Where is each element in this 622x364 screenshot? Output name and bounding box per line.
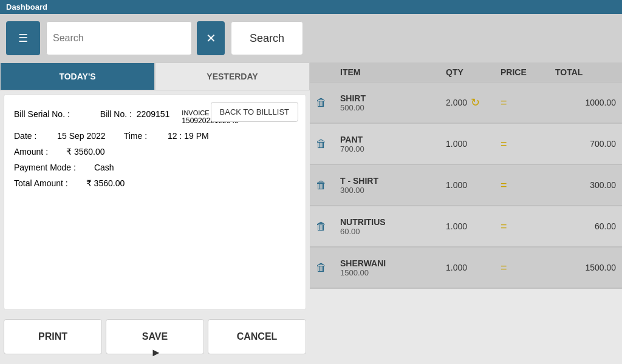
payment-block: Payment Mode : Cash [14, 163, 296, 172]
bill-card: BACK TO BILLLIST Bill Serial No. : Bill … [4, 94, 306, 310]
bill-serial-label: Bill Serial No. : [14, 109, 70, 125]
delete-icon[interactable]: 🗑 [316, 261, 340, 274]
refresh-icon[interactable]: ↻ [471, 96, 480, 109]
qty-value: 1.000 [446, 263, 467, 272]
bill-no-value: 2209151 [137, 109, 170, 119]
qty-cell: 1.000 [446, 180, 501, 190]
search-button-label: Search [250, 32, 284, 44]
delete-icon[interactable]: 🗑 [316, 179, 340, 192]
clear-button[interactable]: ✕ [197, 21, 225, 55]
qty-value: 1.000 [446, 139, 467, 149]
item-price: 60.00 [340, 227, 446, 236]
amount-block: Amount : ₹ 3560.00 [14, 147, 296, 157]
clear-icon: ✕ [206, 32, 216, 45]
item-cell: SHIRT 500.00 [340, 93, 446, 112]
equals-sign: = [501, 179, 555, 192]
item-name: PANT [340, 135, 446, 144]
item-name: T - SHIRT [340, 176, 446, 186]
qty-value: 2.000 [446, 98, 467, 107]
tab-yesterday[interactable]: YESTERDAY [155, 62, 310, 90]
back-to-billlist-button[interactable]: BACK TO BILLLIST [211, 102, 298, 122]
col-qty: QTY [446, 67, 501, 77]
table-row: 🗑 T - SHIRT 300.00 1.000 = 300.00 [310, 165, 622, 206]
qty-value: 1.000 [446, 221, 467, 231]
item-name: NUTRITIUS [340, 217, 446, 227]
bill-no-label: Bill No. : [100, 109, 132, 119]
total-value: 700.00 [555, 139, 616, 149]
total-value: 1500.00 [555, 263, 616, 272]
item-name: SHERWANI [340, 258, 446, 268]
item-price: 300.00 [340, 186, 446, 195]
item-cell: PANT 700.00 [340, 135, 446, 153]
item-price: 1500.00 [340, 268, 446, 277]
delete-icon[interactable]: 🗑 [316, 138, 340, 150]
equals-sign: = [501, 261, 555, 274]
nav-arrow[interactable]: ► [151, 346, 162, 359]
top-bar: Dashboard [0, 0, 622, 14]
date-block: Date : 15 Sep 2022 [14, 131, 106, 141]
dashboard-title: Dashboard [6, 2, 47, 12]
main-content: TODAY'S YESTERDAY BACK TO BILLLIST Bill … [0, 62, 622, 360]
item-cell: SHERWANI 1500.00 [340, 258, 446, 277]
equals-sign: = [501, 220, 555, 233]
qty-value: 1.000 [446, 180, 467, 190]
equals-sign: = [501, 138, 555, 150]
tab-today[interactable]: TODAY'S [0, 62, 155, 90]
item-cell: T - SHIRT 300.00 [340, 176, 446, 195]
search-box [46, 21, 192, 55]
equals-sign: = [501, 96, 555, 109]
table-body: 🗑 SHIRT 500.00 2.000 ↻ = 1000.00 🗑 PANT … [310, 83, 622, 289]
col-item: ITEM [340, 67, 446, 77]
qty-cell: 2.000 ↻ [446, 96, 501, 109]
col-price: PRICE [501, 67, 555, 77]
time-block: Time : 12 : 19 PM [124, 131, 209, 141]
total-value: 300.00 [555, 180, 616, 190]
qty-cell: 1.000 [446, 263, 501, 272]
item-price: 500.00 [340, 103, 446, 112]
search-button[interactable]: Search [231, 21, 303, 55]
total-block: Total Amount : ₹ 3560.00 [14, 178, 296, 188]
print-button[interactable]: PRINT [4, 319, 102, 354]
table-row: 🗑 SHERWANI 1500.00 1.000 = 1500.00 [310, 248, 622, 289]
item-cell: NUTRITIUS 60.00 [340, 217, 446, 236]
tabs: TODAY'S YESTERDAY [0, 62, 310, 90]
search-input[interactable] [53, 33, 185, 44]
item-price: 700.00 [340, 144, 446, 153]
table-row: 🗑 NUTRITIUS 60.00 1.000 = 60.00 [310, 206, 622, 248]
delete-icon[interactable]: 🗑 [316, 220, 340, 233]
table-row: 🗑 SHIRT 500.00 2.000 ↻ = 1000.00 [310, 83, 622, 124]
table-header: ITEM QTY PRICE TOTAL [310, 62, 622, 83]
left-panel: TODAY'S YESTERDAY BACK TO BILLLIST Bill … [0, 62, 310, 360]
cancel-button[interactable]: CANCEL [208, 319, 306, 354]
bill-no-block: Bill No. : 2209151 [100, 109, 170, 125]
right-panel: ITEM QTY PRICE TOTAL 🗑 SHIRT 500.00 2.00… [310, 62, 622, 360]
qty-cell: 1.000 [446, 139, 501, 149]
delete-icon[interactable]: 🗑 [316, 96, 340, 109]
total-value: 60.00 [555, 221, 616, 231]
table-row: 🗑 PANT 700.00 1.000 = 700.00 [310, 124, 622, 165]
total-value: 1000.00 [555, 98, 616, 107]
item-name: SHIRT [340, 93, 446, 103]
qty-cell: 1.000 [446, 221, 501, 231]
menu-button[interactable]: ☰ [6, 21, 40, 55]
menu-icon: ☰ [18, 32, 28, 45]
header-row: ☰ ✕ Search [0, 14, 622, 62]
col-total: TOTAL [555, 67, 616, 77]
